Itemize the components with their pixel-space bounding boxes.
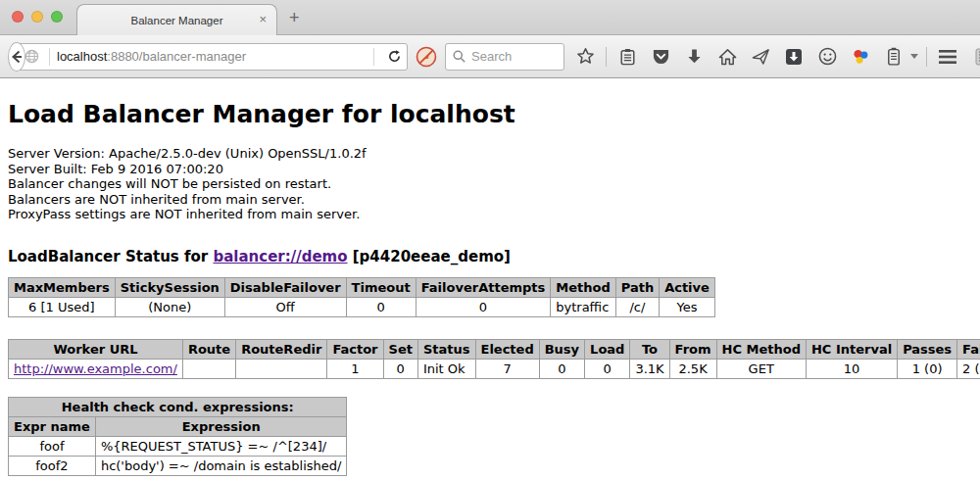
- urlbar-separator: [49, 48, 50, 66]
- health-table-title: Health check cond. expressions:: [9, 397, 347, 416]
- table-row: foof %{REQUEST_STATUS} =~ /^[234]/: [9, 436, 347, 456]
- toolbar-separator: [606, 47, 607, 67]
- reload-button[interactable]: [381, 43, 407, 71]
- zoom-window-button[interactable]: [51, 11, 63, 23]
- home-icon: [718, 48, 737, 66]
- cell-factor: 1: [327, 359, 383, 378]
- back-button[interactable]: [8, 42, 25, 72]
- tab-bar: Balancer Manager × +: [0, 0, 980, 35]
- cell-elected: 7: [475, 359, 539, 378]
- cell-busy: 0: [539, 359, 584, 378]
- close-window-button[interactable]: [12, 11, 24, 23]
- cell-stickysession: (None): [115, 297, 224, 316]
- inherit-notice-line: Balancers are NOT inherited from main se…: [8, 192, 972, 208]
- cell-set: 0: [383, 359, 417, 378]
- search-placeholder: Search: [471, 49, 512, 64]
- table-row: foof2 hc('body') =~ /domain is establish…: [9, 456, 347, 475]
- col-routeredir: RouteRedir: [236, 339, 327, 359]
- cell-route: [182, 359, 235, 378]
- col-expr-name: Expr name: [9, 416, 96, 436]
- col-maxmembers: MaxMembers: [9, 277, 116, 297]
- dropdown-caret-icon[interactable]: [910, 54, 918, 59]
- block-icon[interactable]: [416, 46, 437, 68]
- search-icon: [453, 50, 466, 63]
- navigation-toolbar: localhost:8880/balancer-manager: [0, 35, 980, 78]
- color-dots-icon: [852, 47, 870, 66]
- cell-hc-interval: 10: [806, 359, 897, 378]
- table-header-row: Expr name Expression: [9, 416, 347, 436]
- cell-path: /c/: [615, 297, 659, 316]
- cell-expression: %{REQUEST_STATUS} =~ /^[234]/: [95, 436, 347, 456]
- battery-icon: [887, 47, 901, 66]
- col-elected: Elected: [475, 339, 539, 359]
- tab-balancer-manager[interactable]: Balancer Manager ×: [76, 4, 277, 35]
- col-passes: Passes: [898, 339, 957, 359]
- window-controls: [12, 11, 63, 23]
- smiley-icon: [818, 47, 837, 66]
- table-header-row: MaxMembers StickySession DisableFailover…: [9, 277, 715, 297]
- worker-table: Worker URL Route RouteRedir Factor Set S…: [8, 339, 980, 379]
- downloads-button[interactable]: [681, 43, 707, 71]
- cell-timeout: 0: [346, 297, 416, 316]
- new-tab-button[interactable]: +: [289, 8, 300, 28]
- hamburger-menu-icon: [938, 49, 957, 65]
- bookmark-star-icon: [576, 47, 595, 66]
- pocket-button[interactable]: [648, 43, 673, 71]
- col-status: Status: [417, 339, 475, 359]
- col-load: Load: [585, 339, 630, 359]
- home-button[interactable]: [714, 43, 740, 71]
- battery-extension-button[interactable]: [881, 43, 906, 71]
- cell-to: 3.1K: [630, 359, 669, 378]
- col-from: From: [669, 339, 716, 359]
- color-dots-extension-button[interactable]: [848, 43, 873, 71]
- clipboard-icon: [619, 48, 636, 66]
- col-expression: Expression: [95, 416, 347, 436]
- cell-disablefailover: Off: [224, 297, 346, 316]
- cell-failoverattempts: 0: [416, 297, 551, 316]
- minimize-window-button[interactable]: [31, 11, 43, 23]
- balancer-demo-link[interactable]: balancer://demo: [213, 248, 347, 265]
- cell-method: bytraffic: [551, 297, 615, 316]
- loadbalancer-status-heading: LoadBalancer Status for balancer://demo …: [8, 248, 972, 265]
- cell-fails: 2 (0): [957, 359, 980, 378]
- table-title-row: Health check cond. expressions:: [9, 397, 347, 416]
- square-download-icon: [785, 48, 803, 66]
- cell-routeredir: [236, 359, 327, 378]
- cell-maxmembers: 6 [1 Used]: [9, 297, 116, 316]
- col-set: Set: [383, 339, 417, 359]
- col-disablefailover: DisableFailover: [224, 277, 346, 297]
- url-path-text: :8880/balancer-manager: [107, 49, 246, 64]
- menu-button[interactable]: [935, 43, 960, 71]
- bookmark-button[interactable]: [572, 43, 598, 71]
- col-route: Route: [182, 339, 235, 359]
- tiles-icon: [975, 48, 980, 66]
- status-prefix: LoadBalancer Status for: [8, 248, 213, 265]
- reload-icon: [387, 49, 402, 64]
- col-method: Method: [551, 277, 615, 297]
- col-hc-method: HC Method: [716, 339, 806, 359]
- smiley-extension-button[interactable]: [814, 43, 840, 71]
- tab-close-icon[interactable]: ×: [259, 13, 267, 26]
- send-tab-button[interactable]: [748, 43, 773, 71]
- search-input[interactable]: Search: [445, 43, 564, 71]
- col-stickysession: StickySession: [115, 277, 224, 297]
- cell-expr-name: foof2: [9, 456, 96, 475]
- globe-icon: [24, 49, 39, 64]
- col-timeout: Timeout: [346, 277, 416, 297]
- status-suffix: [p4420eeae_demo]: [348, 248, 511, 265]
- worker-url-link[interactable]: http://www.example.com/: [14, 361, 177, 376]
- cell-active: Yes: [660, 297, 715, 316]
- server-info: Server Version: Apache/2.5.0-dev (Unix) …: [8, 146, 972, 222]
- balancer-settings-table: MaxMembers StickySession DisableFailover…: [8, 277, 715, 317]
- reading-list-button[interactable]: [614, 43, 640, 71]
- table-row: 6 [1 Used] (None) Off 0 0 bytraffic /c/ …: [9, 297, 715, 316]
- url-bar[interactable]: localhost:8880/balancer-manager: [16, 43, 408, 71]
- extension-download-button[interactable]: [781, 43, 807, 71]
- pocket-icon: [652, 48, 670, 66]
- proxypass-notice-line: ProxyPass settings are NOT inherited fro…: [8, 207, 972, 222]
- url-host-text: localhost: [57, 49, 107, 64]
- col-failoverattempts: FailoverAttempts: [416, 277, 551, 297]
- tiles-button[interactable]: [972, 43, 980, 71]
- cell-hc-method: GET: [716, 359, 806, 378]
- page-title: Load Balancer Manager for localhost: [8, 100, 972, 128]
